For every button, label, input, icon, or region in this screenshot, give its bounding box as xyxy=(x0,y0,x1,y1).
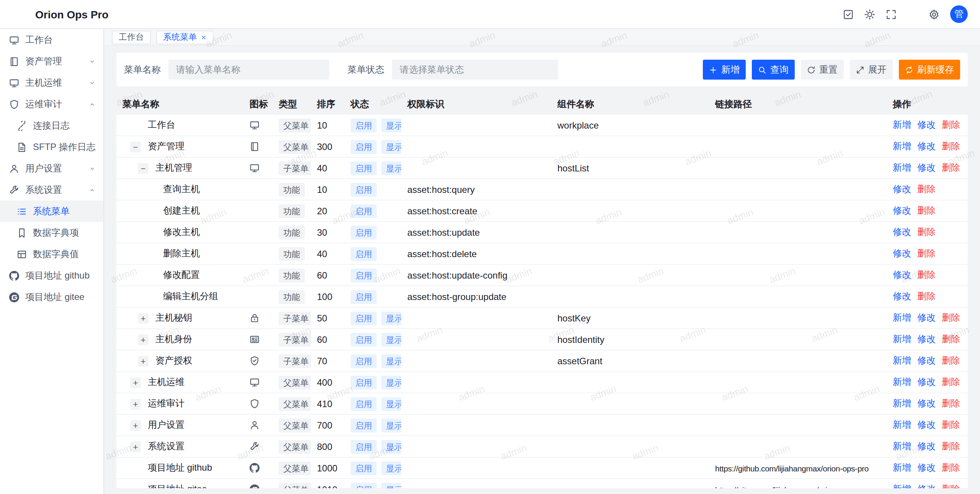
sidebar-item[interactable]: 数据字典值 xyxy=(0,243,103,265)
component-cell xyxy=(551,222,709,243)
content: 菜单名称 菜单状态 请选择菜单状态 新增查询重置展开刷新缓存 菜单名称图标类型排… xyxy=(116,53,968,488)
tab-item[interactable]: 工作台 xyxy=(112,30,151,44)
menu-icon-cell xyxy=(243,115,273,135)
menu-order-cell: 1010 xyxy=(311,479,345,488)
sidebar-item[interactable]: 数据字典项 xyxy=(0,222,103,243)
status-tag: 启用 xyxy=(351,118,377,132)
sidebar-item[interactable]: 主机运维 xyxy=(0,72,103,93)
row-delete-link[interactable]: 删除 xyxy=(942,440,960,453)
tree-expander-plus[interactable]: + xyxy=(130,441,141,452)
row-edit-link[interactable]: 修改 xyxy=(893,290,911,303)
row-delete-link[interactable]: 删除 xyxy=(942,311,960,324)
row-edit-link[interactable]: 修改 xyxy=(893,226,911,239)
row-edit-link[interactable]: 修改 xyxy=(917,440,936,453)
checklist-icon[interactable] xyxy=(843,9,854,20)
row-edit-link[interactable]: 修改 xyxy=(917,311,936,324)
sidebar-item[interactable]: SFTP 操作日志 xyxy=(0,136,103,158)
row-delete-link[interactable]: 删除 xyxy=(917,183,936,196)
tree-expander-minus[interactable]: − xyxy=(138,163,149,173)
row-edit-link[interactable]: 修改 xyxy=(893,204,911,217)
row-add-link[interactable]: 新增 xyxy=(893,119,911,132)
sidebar-item[interactable]: 工作台 xyxy=(0,29,103,51)
row-add-link[interactable]: 新增 xyxy=(893,354,911,367)
row-edit-link[interactable]: 修改 xyxy=(917,461,936,474)
tabs-bar: 工作台系统菜单 xyxy=(104,29,980,46)
row-add-link[interactable]: 新增 xyxy=(893,397,911,410)
component-cell: assetGrant xyxy=(551,351,709,371)
query-button[interactable]: 查询 xyxy=(752,60,795,80)
sidebar-item[interactable]: 项目地址 gitee xyxy=(0,286,103,308)
row-delete-link[interactable]: 删除 xyxy=(917,226,936,239)
row-edit-link[interactable]: 修改 xyxy=(893,183,911,196)
row-add-link[interactable]: 新增 xyxy=(893,483,911,488)
sidebar-item[interactable]: 项目地址 github xyxy=(0,265,103,286)
row-add-link[interactable]: 新增 xyxy=(893,311,911,324)
row-delete-link[interactable]: 删除 xyxy=(942,397,960,410)
add-button[interactable]: 新增 xyxy=(703,60,746,80)
row-delete-link[interactable]: 删除 xyxy=(917,269,936,282)
row-delete-link[interactable]: 删除 xyxy=(942,483,960,488)
sidebar-item[interactable]: 资产管理 xyxy=(0,51,103,72)
user-avatar[interactable]: 管 xyxy=(950,5,968,23)
tree-expander-plus[interactable]: + xyxy=(130,420,141,430)
refresh-icon[interactable] xyxy=(907,9,918,20)
menu-status-cell: 启用 xyxy=(345,201,401,221)
row-delete-link[interactable]: 删除 xyxy=(942,161,960,174)
row-delete-link[interactable]: 删除 xyxy=(917,290,936,303)
close-icon[interactable] xyxy=(201,34,207,40)
tab-active[interactable]: 系统菜单 xyxy=(156,30,214,44)
row-edit-link[interactable]: 修改 xyxy=(917,419,936,432)
row-delete-link[interactable]: 删除 xyxy=(942,461,960,474)
gear-icon[interactable] xyxy=(929,9,939,20)
fullscreen-icon[interactable] xyxy=(886,9,897,20)
row-delete-link[interactable]: 删除 xyxy=(942,333,960,346)
row-add-link[interactable]: 新增 xyxy=(893,419,911,432)
sidebar-item[interactable]: 用户设置 xyxy=(0,158,103,179)
row-delete-link[interactable]: 删除 xyxy=(917,247,936,260)
tree-expander-plus[interactable]: + xyxy=(138,334,149,345)
tree-expander-plus[interactable]: + xyxy=(130,398,141,409)
row-delete-link[interactable]: 删除 xyxy=(942,354,960,367)
row-edit-link[interactable]: 修改 xyxy=(917,483,936,488)
menu-status-select[interactable]: 请选择菜单状态 xyxy=(392,60,558,80)
row-edit-link[interactable]: 修改 xyxy=(917,140,936,153)
sidebar-item[interactable]: 运维审计 xyxy=(0,93,103,115)
row-edit-link[interactable]: 修改 xyxy=(893,247,911,260)
row-delete-link[interactable]: 删除 xyxy=(942,119,960,132)
row-edit-link[interactable]: 修改 xyxy=(917,333,936,346)
row-edit-link[interactable]: 修改 xyxy=(917,161,936,174)
sidebar-item[interactable]: 连接日志 xyxy=(0,115,103,136)
refresh-cache-button[interactable]: 刷新缓存 xyxy=(899,60,960,80)
row-edit-link[interactable]: 修改 xyxy=(917,354,936,367)
tree-expander-plus[interactable]: + xyxy=(138,313,149,323)
row-edit-link[interactable]: 修改 xyxy=(917,376,936,389)
row-add-link[interactable]: 新增 xyxy=(893,161,911,174)
collapse-sidebar-button[interactable] xyxy=(87,479,97,489)
row-edit-link[interactable]: 修改 xyxy=(917,397,936,410)
row-delete-link[interactable]: 删除 xyxy=(942,376,960,389)
tree-expander-plus[interactable]: + xyxy=(130,377,141,388)
sidebar-item[interactable]: 系统菜单 xyxy=(0,201,103,222)
row-edit-link[interactable]: 修改 xyxy=(893,269,911,282)
row-add-link[interactable]: 新增 xyxy=(893,440,911,453)
row-add-link[interactable]: 新增 xyxy=(893,140,911,153)
tree-expander-minus[interactable]: − xyxy=(130,141,141,152)
row-delete-link[interactable]: 删除 xyxy=(942,140,960,153)
permission-cell: asset:host:query xyxy=(401,179,551,200)
row-delete-link[interactable]: 删除 xyxy=(942,419,960,432)
reset-button[interactable]: 重置 xyxy=(801,60,844,80)
row-edit-link[interactable]: 修改 xyxy=(917,119,936,132)
component-cell: hostList xyxy=(551,158,709,178)
row-add-link[interactable]: 新增 xyxy=(893,376,911,389)
menu-name-input[interactable] xyxy=(168,60,329,80)
tree-expander-plus[interactable]: + xyxy=(138,355,149,366)
row-delete-link[interactable]: 删除 xyxy=(917,204,936,217)
expand-button[interactable]: 展开 xyxy=(850,60,893,80)
row-add-link[interactable]: 新增 xyxy=(893,333,911,346)
row-add-link[interactable]: 新增 xyxy=(893,461,911,474)
menu-order-cell: 10 xyxy=(311,179,345,200)
sun-icon[interactable] xyxy=(864,9,875,20)
sidebar-item[interactable]: 系统设置 xyxy=(0,179,103,201)
filter-card: 菜单名称 菜单状态 请选择菜单状态 新增查询重置展开刷新缓存 xyxy=(116,53,968,86)
status-tag: 显示 xyxy=(381,375,401,389)
